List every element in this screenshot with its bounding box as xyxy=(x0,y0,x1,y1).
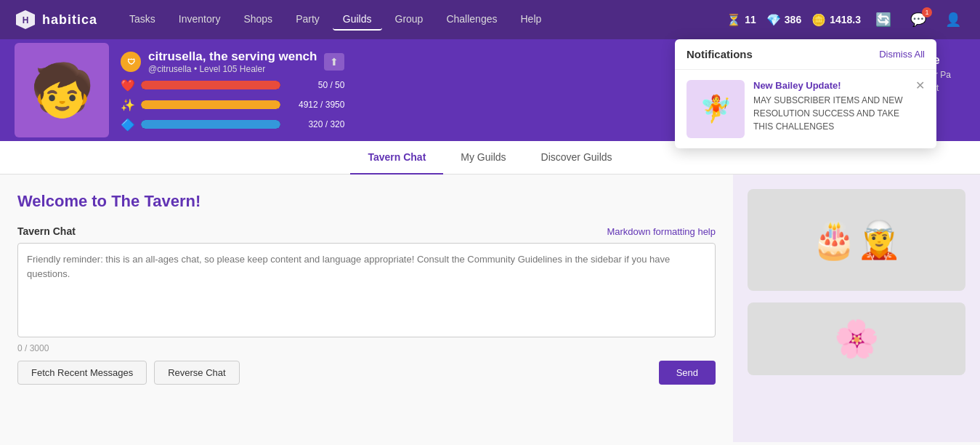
right-sidebar: 🎂🧝 🌸 xyxy=(733,175,980,442)
main-content: Welcome to The Tavern! Tavern Chat Markd… xyxy=(0,175,980,442)
notification-popup: Notifications Dismiss All 🧚 New Bailey U… xyxy=(675,39,936,148)
hourglass-value: 11 xyxy=(745,14,756,25)
gem-stat: 💎 386 xyxy=(766,13,801,27)
mp-bar-track xyxy=(141,120,280,129)
profile-info: 🛡 citrusella, the serving wench @citruse… xyxy=(121,49,344,132)
nav-help[interactable]: Help xyxy=(510,9,551,31)
send-button[interactable]: Send xyxy=(659,361,716,385)
tab-tavern-chat[interactable]: Tavern Chat xyxy=(350,141,443,175)
profile-name-text: citrusella, the serving wench @citrusell… xyxy=(148,49,317,74)
header: H habitica Tasks Inventory Shops Party G… xyxy=(0,0,980,39)
hourglass-stat: ⏳ 11 xyxy=(726,13,756,27)
mp-bar-fill xyxy=(141,120,280,129)
notification-header: Notifications Dismiss All xyxy=(675,39,936,70)
notification-content: New Bailey Update! MAY SUBSCRIBER ITEMS … xyxy=(753,80,907,133)
notification-title: Notifications xyxy=(687,48,753,60)
avatar[interactable]: 🧒 xyxy=(15,43,109,137)
chat-input[interactable] xyxy=(17,243,716,337)
profile-name-row: 🛡 citrusella, the serving wench @citruse… xyxy=(121,49,344,74)
upload-button[interactable]: ⬆ xyxy=(324,53,344,71)
dismiss-all-button[interactable]: Dismiss All xyxy=(879,49,925,60)
xp-row: ✨ 4912 / 3950 xyxy=(121,98,344,112)
tab-discover-guilds[interactable]: Discover Guilds xyxy=(524,141,630,175)
nav-challenges[interactable]: Challenges xyxy=(436,9,507,31)
nav-guilds[interactable]: Guilds xyxy=(333,9,382,31)
gold-stat: 🪙 1418.3 xyxy=(811,13,861,27)
sidebar-image-1: 🎂🧝 xyxy=(748,189,965,291)
nav-tasks[interactable]: Tasks xyxy=(119,9,166,31)
char-count: 0 / 3000 xyxy=(17,343,716,353)
hp-row: ❤️ 50 / 50 xyxy=(121,79,344,92)
section-label: Tavern Chat xyxy=(17,225,76,237)
profile-name: citrusella, the serving wench xyxy=(148,49,317,64)
gem-value: 386 xyxy=(785,14,801,25)
hp-bar-fill xyxy=(141,81,280,89)
mp-icon: 🔷 xyxy=(121,118,135,132)
profile-level: @citrusella • Level 105 Healer xyxy=(148,64,317,74)
avatar-image: 🧒 xyxy=(31,60,94,120)
notification-item-text: MAY SUBSCRIBER ITEMS AND NEW RESOLUTION … xyxy=(753,94,907,133)
habitica-logo-icon: H xyxy=(15,9,36,31)
notification-close-button[interactable]: ✕ xyxy=(915,80,925,92)
xp-value: 4912 / 3950 xyxy=(286,100,344,110)
logo-text: habitica xyxy=(42,12,97,28)
chat-actions: Fetch Recent Messages Reverse Chat Send xyxy=(17,361,716,385)
xp-icon: ✨ xyxy=(121,98,135,112)
hp-value: 50 / 50 xyxy=(286,80,344,90)
notification-image: 🧚 xyxy=(687,80,745,138)
gold-icon: 🪙 xyxy=(811,13,826,27)
profile-button[interactable]: 👤 xyxy=(941,9,965,31)
chat-panel: Welcome to The Tavern! Tavern Chat Markd… xyxy=(0,175,733,442)
level-badge: 🛡 xyxy=(121,52,141,72)
welcome-title: Welcome to The Tavern! xyxy=(17,192,716,211)
fetch-messages-button[interactable]: Fetch Recent Messages xyxy=(17,361,147,385)
notification-icon: 🧚 xyxy=(700,94,732,124)
refresh-button[interactable]: 🔄 xyxy=(871,9,896,31)
reverse-chat-button[interactable]: Reverse Chat xyxy=(154,361,239,385)
xp-bar-track xyxy=(141,100,280,109)
nav-shops[interactable]: Shops xyxy=(233,9,283,31)
hp-bar-track xyxy=(141,81,280,89)
hp-icon: ❤️ xyxy=(121,79,135,92)
tab-my-guilds[interactable]: My Guilds xyxy=(443,141,523,175)
xp-bar-fill xyxy=(141,100,280,109)
nav-group[interactable]: Group xyxy=(385,9,434,31)
nav-inventory[interactable]: Inventory xyxy=(169,9,231,31)
notification-badge: 1 xyxy=(922,7,932,17)
main-nav: Tasks Inventory Shops Party Guilds Group… xyxy=(119,9,726,31)
gem-icon: 💎 xyxy=(766,13,781,27)
notification-item: 🧚 New Bailey Update! MAY SUBSCRIBER ITEM… xyxy=(675,70,936,148)
svg-text:H: H xyxy=(23,15,29,25)
hourglass-icon: ⏳ xyxy=(726,13,741,27)
notifications-button[interactable]: 💬 1 xyxy=(906,9,931,31)
section-header: Tavern Chat Markdown formatting help xyxy=(17,225,716,237)
logo-area: H habitica xyxy=(15,9,97,31)
markdown-link[interactable]: Markdown formatting help xyxy=(607,226,716,237)
nav-party[interactable]: Party xyxy=(286,9,330,31)
notification-item-title: New Bailey Update! xyxy=(753,80,907,91)
stat-bars: ❤️ 50 / 50 ✨ 4912 / 3950 🔷 320 / 320 xyxy=(121,79,344,132)
mp-value: 320 / 320 xyxy=(286,119,344,129)
mp-row: 🔷 320 / 320 xyxy=(121,118,344,132)
gold-value: 1418.3 xyxy=(830,14,861,25)
sidebar-image-2: 🌸 xyxy=(748,302,965,375)
header-stats: ⏳ 11 💎 386 🪙 1418.3 🔄 💬 1 👤 xyxy=(726,9,965,31)
